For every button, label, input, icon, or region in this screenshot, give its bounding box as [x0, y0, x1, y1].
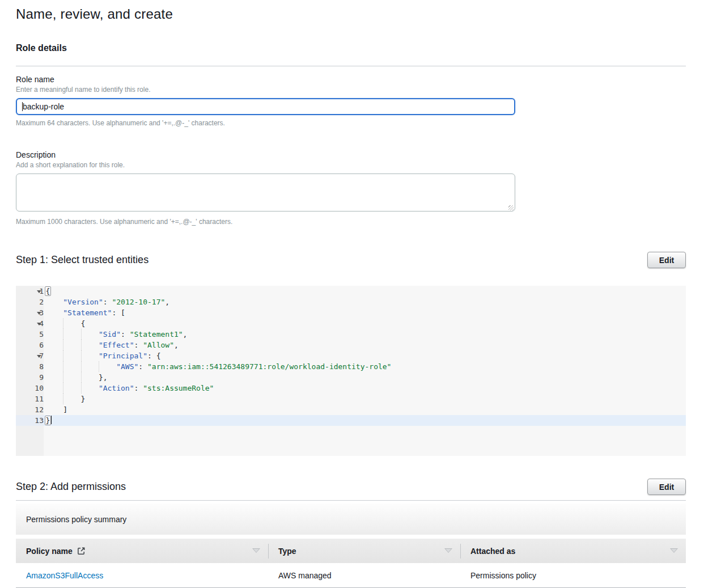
role-name-field: Role name Enter a meaningful name to ide… [16, 75, 686, 127]
step1-header-row: Step 1: Select trusted entities Edit [16, 252, 686, 268]
permissions-policy-table: Policy name Type Attached as [16, 539, 686, 588]
code-line[interactable]: { [44, 286, 686, 297]
fold-arrow-icon[interactable] [37, 290, 41, 293]
editor-line: 11 } [16, 394, 686, 404]
role-name-input-wrap [16, 98, 515, 115]
page-title: Name, review, and create [16, 0, 686, 22]
role-name-constraint: Maximum 64 characters. Use alphanumeric … [16, 119, 686, 127]
code-line[interactable]: ] [44, 404, 686, 415]
line-number: 8 [16, 361, 44, 372]
editor-line: 4 { [16, 318, 686, 329]
description-label: Description [16, 150, 686, 159]
page-container: Name, review, and create Role details Ro… [0, 0, 704, 588]
code-line[interactable]: "Sid": "Statement1", [44, 329, 686, 340]
code-line[interactable]: "Principal": { [44, 350, 686, 361]
code-line[interactable]: }, [44, 372, 686, 383]
description-textarea-wrap [16, 174, 515, 214]
editor-line: 7 "Principal": { [16, 350, 686, 361]
editor-empty-area[interactable] [16, 426, 686, 456]
description-textarea[interactable] [16, 174, 515, 211]
editor-line: 6 "Effect": "Allow", [16, 340, 686, 350]
line-number: 9 [16, 372, 44, 383]
line-number: 11 [16, 394, 44, 404]
line-number: 12 [16, 404, 44, 415]
policy-name-link[interactable]: AmazonS3FullAccess [26, 571, 103, 580]
column-header-type[interactable]: Type [268, 539, 460, 563]
text-caret [22, 102, 23, 111]
fold-arrow-icon[interactable] [37, 323, 41, 325]
step2-edit-button[interactable]: Edit [647, 479, 686, 495]
cell-policy-name: AmazonS3FullAccess [16, 563, 268, 587]
code-line[interactable]: "Statement": [ [44, 307, 686, 318]
line-number[interactable]: 4 [16, 318, 44, 329]
editor-line: 12 ] [16, 404, 686, 415]
table-row: AmazonS3FullAccess AWS managed Permissio… [16, 563, 686, 588]
fold-arrow-icon[interactable] [37, 312, 41, 315]
cell-attached-as: Permissions policy [460, 563, 686, 587]
description-hint: Add a short explanation for this role. [16, 161, 686, 169]
line-number: 2 [16, 297, 44, 307]
code-line[interactable]: "Action": "sts:AssumeRole" [44, 383, 686, 394]
editor-line: 10 "Action": "sts:AssumeRole" [16, 383, 686, 394]
editor-line: 5 "Sid": "Statement1", [16, 329, 686, 340]
line-number[interactable]: 3 [16, 307, 44, 318]
editor-caret [51, 416, 52, 424]
line-number[interactable]: 7 [16, 350, 44, 361]
step1-edit-button[interactable]: Edit [647, 252, 686, 268]
editor-gutter [16, 426, 44, 456]
editor-line: 1{ [16, 286, 686, 297]
line-number: 5 [16, 329, 44, 340]
external-link-icon [77, 547, 86, 555]
divider [16, 66, 686, 66]
code-line[interactable]: "AWS": "arn:aws:iam::541263489771:role/w… [44, 361, 686, 372]
step1-heading: Step 1: Select trusted entities [16, 252, 149, 266]
code-line[interactable]: "Version": "2012-10-17", [44, 297, 686, 307]
line-number: 6 [16, 340, 44, 350]
step2-heading: Step 2: Add permissions [16, 479, 126, 493]
filter-dropdown-icon[interactable] [444, 548, 452, 553]
table-header-row: Policy name Type Attached as [16, 539, 686, 563]
column-header-attached-as[interactable]: Attached as [460, 539, 686, 563]
editor-line: 8 "AWS": "arn:aws:iam::541263489771:role… [16, 361, 686, 372]
step2-header-row: Step 2: Add permissions Edit [16, 479, 686, 495]
description-field: Description Add a short explanation for … [16, 150, 686, 226]
role-name-hint: Enter a meaningful name to identify this… [16, 86, 686, 94]
description-constraint: Maximum 1000 characters. Use alphanumeri… [16, 218, 686, 226]
role-name-label: Role name [16, 75, 686, 84]
role-details-heading: Role details [16, 43, 686, 53]
fold-arrow-icon[interactable] [37, 355, 41, 358]
cell-type: AWS managed [268, 563, 460, 587]
code-line[interactable]: } [44, 415, 686, 426]
divider [16, 500, 686, 501]
code-line[interactable]: "Effect": "Allow", [44, 340, 686, 350]
filter-dropdown-icon[interactable] [670, 548, 678, 553]
editor-line: 2 "Version": "2012-10-17", [16, 297, 686, 307]
code-line[interactable]: } [44, 394, 686, 404]
role-name-input[interactable] [16, 98, 515, 115]
editor-line: 3 "Statement": [ [16, 307, 686, 318]
line-number[interactable]: 1 [16, 286, 44, 297]
trust-policy-code-editor[interactable]: 1{2 "Version": "2012-10-17",3 "Statement… [16, 286, 686, 456]
editor-line: 9 }, [16, 372, 686, 383]
line-number: 10 [16, 383, 44, 394]
line-number: 13 [16, 415, 44, 426]
column-header-policy-name[interactable]: Policy name [16, 539, 268, 563]
code-line[interactable]: { [44, 318, 686, 329]
filter-dropdown-icon[interactable] [252, 548, 260, 553]
permissions-summary-title: Permissions policy summary [26, 515, 126, 524]
editor-line: 13} [16, 415, 686, 426]
permissions-summary-panel-header: Permissions policy summary [16, 504, 686, 535]
